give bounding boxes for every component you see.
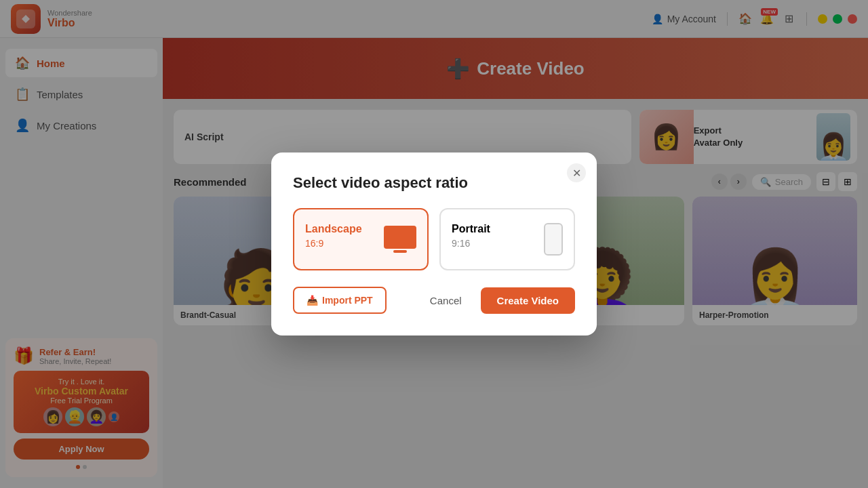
landscape-icon bbox=[384, 226, 416, 249]
import-ppt-button[interactable]: 📥 Import PPT bbox=[293, 287, 387, 314]
landscape-label: Landscape bbox=[305, 223, 384, 235]
modal-footer-right: Cancel Create Video bbox=[419, 287, 575, 314]
import-icon: 📥 bbox=[307, 295, 318, 306]
aspect-options: Landscape 16:9 Portrait 9:16 bbox=[293, 208, 575, 270]
landscape-preview bbox=[384, 226, 416, 249]
modal-close-button[interactable]: ✕ bbox=[567, 163, 586, 182]
create-video-button[interactable]: Create Video bbox=[481, 287, 575, 314]
import-label: Import PPT bbox=[322, 295, 373, 306]
landscape-inner: Landscape 16:9 bbox=[305, 223, 416, 249]
modal-title: Select video aspect ratio bbox=[293, 174, 575, 192]
landscape-ratio: 16:9 bbox=[305, 238, 384, 249]
portrait-preview bbox=[544, 223, 563, 256]
cancel-button[interactable]: Cancel bbox=[419, 288, 473, 313]
portrait-label: Portrait bbox=[452, 223, 544, 235]
portrait-text: Portrait 9:16 bbox=[452, 223, 544, 256]
modal-overlay[interactable]: Select video aspect ratio ✕ Landscape 16… bbox=[0, 0, 868, 488]
portrait-ratio: 9:16 bbox=[452, 238, 544, 249]
aspect-ratio-modal: Select video aspect ratio ✕ Landscape 16… bbox=[271, 152, 597, 336]
modal-footer: 📥 Import PPT Cancel Create Video bbox=[293, 287, 575, 314]
portrait-inner: Portrait 9:16 bbox=[452, 223, 563, 256]
portrait-icon bbox=[544, 223, 563, 256]
portrait-option[interactable]: Portrait 9:16 bbox=[439, 208, 575, 270]
landscape-option[interactable]: Landscape 16:9 bbox=[293, 208, 429, 270]
landscape-text: Landscape 16:9 bbox=[305, 223, 384, 249]
